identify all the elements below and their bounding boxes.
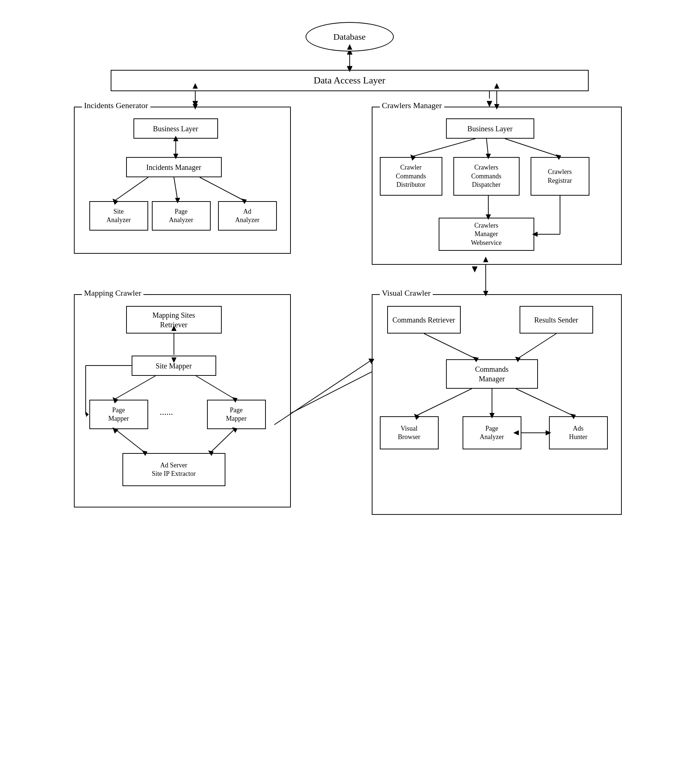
svg-marker-32 — [472, 267, 477, 272]
ad-analyzer: Ad Analyzer — [218, 201, 277, 230]
site-mapper: Site Mapper — [132, 356, 216, 376]
svg-line-92 — [211, 429, 235, 452]
mapping-crawler-container: Mapping Crawler Mapping Sites Retriever … — [74, 294, 291, 507]
ads-hunter: Ads Hunter — [549, 416, 608, 449]
svg-line-71 — [413, 139, 475, 156]
svg-line-107 — [516, 389, 573, 416]
svg-line-73 — [487, 139, 488, 156]
incidents-generator-label: Incidents Generator — [82, 101, 151, 110]
ad-server-site-ip: Ad Server Site IP Extractor — [123, 453, 225, 486]
results-sender: Results Sender — [520, 306, 593, 333]
commands-retriever: Commands Retriever — [387, 306, 461, 333]
crawlers-manager-webservice: Crawlers Manager Webservice — [439, 218, 534, 251]
dal-label: Data Access Layer — [314, 74, 385, 87]
svg-line-101 — [518, 333, 557, 358]
visual-crawler-label: Visual Crawler — [380, 288, 433, 298]
svg-line-69 — [200, 177, 244, 201]
svg-line-103 — [417, 389, 472, 416]
svg-line-65 — [115, 177, 148, 201]
dots: ...... — [148, 407, 185, 417]
commands-manager: Commands Manager — [446, 359, 538, 389]
svg-line-75 — [505, 139, 558, 156]
page-mapper-1: Page Mapper — [89, 400, 148, 429]
visual-crawler-container: Visual Crawler Commands Retriever Result… — [372, 294, 622, 515]
page-mapper-2: Page Mapper — [207, 400, 266, 429]
incidents-generator-container: Incidents Generator Business Layer Incid… — [74, 107, 291, 254]
svg-line-89 — [115, 429, 144, 452]
svg-marker-9 — [487, 101, 492, 107]
crawlers-registrar: Crawlers Registrar — [531, 157, 590, 196]
page-analyzer-right: Page Analyzer — [462, 416, 522, 449]
database-node: Database — [306, 22, 394, 51]
crawler-commands-distributor: Crawler Commands Distributor — [380, 157, 442, 196]
page-analyzer-left: Page Analyzer — [152, 201, 211, 230]
site-analyzer: Site Analyzer — [89, 201, 148, 230]
diagram: Database Data Access Layer Incidents Gen… — [56, 15, 644, 750]
crawlers-commands-dispatcher: Crawlers Commands Dispatcher — [453, 157, 520, 196]
svg-marker-98 — [86, 412, 89, 417]
svg-line-67 — [174, 177, 177, 201]
incidents-manager: Incidents Manager — [126, 157, 222, 177]
crawlers-manager-label: Crawlers Manager — [380, 101, 444, 110]
svg-line-99 — [424, 333, 475, 358]
mapping-sites-retriever: Mapping Sites Retriever — [126, 306, 222, 333]
mapping-crawler-label: Mapping Crawler — [82, 288, 144, 298]
business-layer-left: Business Layer — [134, 118, 218, 139]
svg-line-85 — [115, 376, 156, 399]
dal-bar: Data Access Layer — [111, 70, 589, 91]
database-label: Database — [333, 32, 366, 42]
crawlers-manager-container: Crawlers Manager Business Layer Crawler … — [372, 107, 622, 265]
visual-browser: Visual Browser — [380, 416, 439, 449]
business-layer-right: Business Layer — [446, 118, 534, 139]
svg-marker-6 — [193, 101, 198, 107]
svg-line-87 — [196, 376, 235, 399]
